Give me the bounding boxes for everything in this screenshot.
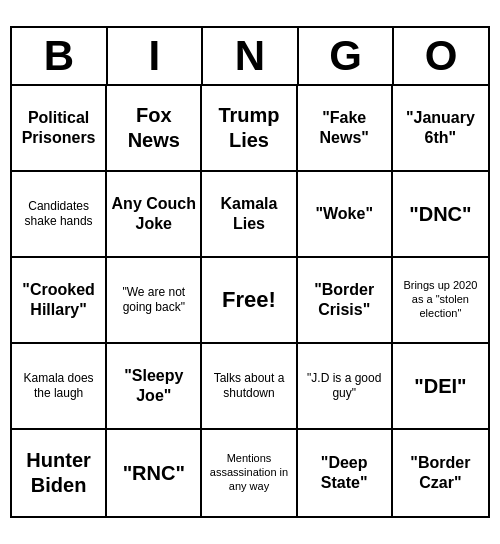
bingo-cell-13: "Border Crisis" (298, 258, 393, 344)
bingo-cell-1: Fox News (107, 86, 202, 172)
bingo-cell-15: Kamala does the laugh (12, 344, 107, 430)
bingo-cell-22: Mentions assassination in any way (202, 430, 297, 516)
bingo-cell-21: "RNC" (107, 430, 202, 516)
bingo-cell-7: Kamala Lies (202, 172, 297, 258)
bingo-grid: Political PrisonersFox NewsTrump Lies"Fa… (12, 86, 488, 516)
bingo-cell-16: "Sleepy Joe" (107, 344, 202, 430)
bingo-cell-23: "Deep State" (298, 430, 393, 516)
bingo-cell-20: Hunter Biden (12, 430, 107, 516)
bingo-cell-12: Free! (202, 258, 297, 344)
header-letter-b: B (12, 28, 108, 84)
bingo-cell-9: "DNC" (393, 172, 488, 258)
bingo-cell-19: "DEI" (393, 344, 488, 430)
bingo-cell-17: Talks about a shutdown (202, 344, 297, 430)
header-letter-n: N (203, 28, 299, 84)
header-letter-g: G (299, 28, 395, 84)
bingo-card: BINGO Political PrisonersFox NewsTrump L… (10, 26, 490, 518)
bingo-cell-10: "Crooked Hillary" (12, 258, 107, 344)
bingo-cell-6: Any Couch Joke (107, 172, 202, 258)
bingo-cell-24: "Border Czar" (393, 430, 488, 516)
bingo-cell-0: Political Prisoners (12, 86, 107, 172)
bingo-cell-2: Trump Lies (202, 86, 297, 172)
bingo-cell-5: Candidates shake hands (12, 172, 107, 258)
header-letter-o: O (394, 28, 488, 84)
bingo-cell-3: "Fake News" (298, 86, 393, 172)
bingo-cell-11: "We are not going back" (107, 258, 202, 344)
header-letter-i: I (108, 28, 204, 84)
bingo-cell-8: "Woke" (298, 172, 393, 258)
bingo-cell-18: "J.D is a good guy" (298, 344, 393, 430)
bingo-cell-14: Brings up 2020 as a "stolen election" (393, 258, 488, 344)
bingo-header: BINGO (12, 28, 488, 86)
bingo-cell-4: "January 6th" (393, 86, 488, 172)
